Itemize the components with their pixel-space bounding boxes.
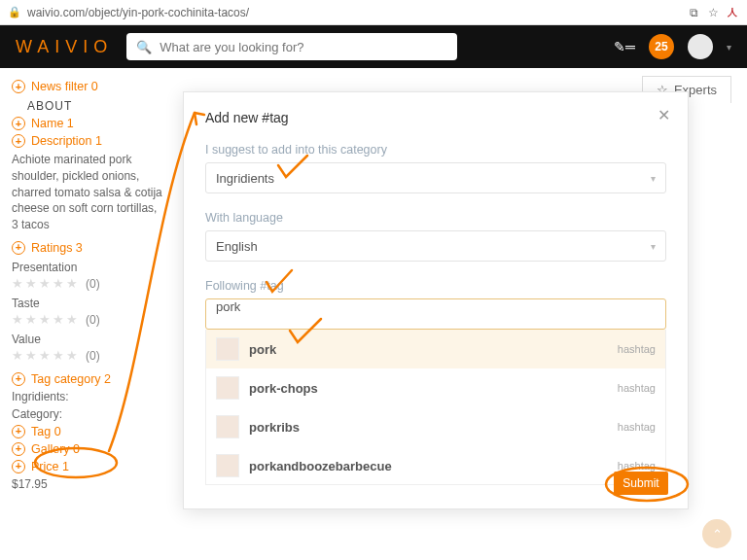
suggestion-kind: hashtag [618, 382, 656, 394]
category-select-value: Ingridients [216, 171, 274, 186]
language-field-label: With language [205, 211, 666, 225]
suggestion-name: porkribs [249, 420, 608, 435]
avatar-chevron-icon[interactable]: ▾ [727, 42, 731, 52]
plus-icon: + [12, 134, 25, 148]
browser-url-bar: 🔒 waivio.com/object/yin-pork-cochinita-t… [0, 0, 747, 25]
presentation-label: Presentation [12, 261, 165, 274]
taste-count: (0) [86, 313, 100, 327]
presentation-count: (0) [86, 277, 100, 291]
star-icon[interactable]: ☆ [706, 6, 720, 19]
sidebar-item-tag-category[interactable]: +Tag category 2 [12, 372, 165, 386]
plus-icon: + [12, 241, 25, 255]
object-sidebar: +News filter 0 ABOUT +Name 1 +Descriptio… [0, 68, 165, 560]
plus-icon: + [12, 442, 25, 456]
category-field-label: I suggest to add into this category [205, 143, 666, 157]
suggestion-name: pork-chops [249, 381, 608, 396]
tag-thumb-icon [216, 415, 239, 438]
plus-icon: + [12, 425, 25, 438]
submit-button[interactable]: Submit [614, 472, 668, 495]
sidebar-item-gallery[interactable]: +Gallery 0 [12, 442, 165, 456]
chevron-up-icon: ⌃ [712, 527, 723, 542]
suggestion-item[interactable]: porkandboozebarbecue hashtag [206, 446, 665, 485]
taste-label: Taste [12, 297, 165, 310]
modal-title: Add new #tag [205, 110, 666, 125]
global-search[interactable]: 🔍 [126, 33, 457, 60]
tag-thumb-icon [216, 337, 239, 361]
suggestion-kind: hashtag [618, 343, 656, 355]
suggestion-name: porkandboozebarbecue [249, 459, 608, 473]
value-stars[interactable]: ★★★★★ [12, 348, 80, 363]
sidebar-item-ratings[interactable]: +Ratings 3 [12, 241, 165, 255]
plus-icon: + [12, 117, 25, 130]
sidebar-item-price[interactable]: +Price 1 [12, 460, 165, 473]
suggestion-kind: hashtag [618, 421, 656, 433]
plus-icon: + [12, 460, 25, 473]
close-icon[interactable]: ✕ [658, 106, 670, 124]
add-tag-modal: Add new #tag ✕ I suggest to add into thi… [183, 91, 689, 509]
description-text: Achiote marinated pork shoulder, pickled… [12, 152, 165, 233]
plus-icon: + [12, 80, 25, 93]
pdf-icon[interactable]: 人 [726, 6, 739, 19]
tag-input-wrap[interactable] [205, 298, 666, 330]
sidebar-item-news-filter[interactable]: +News filter 0 [12, 80, 165, 93]
logo[interactable]: WAIVIO [16, 37, 113, 57]
sidebar-item-name[interactable]: +Name 1 [12, 117, 165, 130]
category-label: Category: [12, 407, 165, 421]
category-select[interactable]: Ingridients ▾ [205, 162, 666, 193]
presentation-stars[interactable]: ★★★★★ [12, 276, 80, 291]
language-select[interactable]: English ▾ [205, 230, 666, 262]
ingridients-label: Ingridients: [12, 390, 165, 403]
tag-input[interactable] [216, 299, 656, 314]
tag-thumb-icon [216, 376, 239, 400]
taste-stars[interactable]: ★★★★★ [12, 312, 80, 327]
suggestion-item[interactable]: pork hashtag [206, 330, 665, 368]
suggestion-kind: hashtag [618, 460, 656, 472]
notifications-badge[interactable]: 25 [649, 34, 674, 59]
tag-suggestions-dropdown: pork hashtag pork-chops hashtag porkribs… [205, 330, 666, 485]
sidebar-item-description[interactable]: +Description 1 [12, 134, 165, 148]
avatar[interactable] [688, 34, 713, 59]
search-input[interactable] [160, 40, 447, 54]
tag-field-label: Following #tag [205, 279, 666, 293]
scroll-to-top-button[interactable]: ⌃ [702, 519, 731, 548]
lock-icon: 🔒 [8, 6, 21, 18]
open-external-icon[interactable]: ⧉ [687, 6, 700, 19]
plus-icon: + [12, 372, 25, 386]
top-nav: WAIVIO 🔍 ✎═ 25 ▾ [0, 25, 747, 68]
about-heading: ABOUT [27, 99, 165, 113]
suggestion-item[interactable]: porkribs hashtag [206, 407, 665, 446]
value-label: Value [12, 332, 165, 346]
page-url: waivio.com/object/yin-pork-cochinita-tac… [27, 6, 681, 19]
chevron-down-icon: ▾ [651, 241, 656, 252]
price-value: $17.95 [12, 477, 165, 491]
search-icon: 🔍 [136, 40, 152, 54]
suggestion-item[interactable]: pork-chops hashtag [206, 368, 665, 407]
value-count: (0) [86, 349, 100, 363]
sidebar-item-tag[interactable]: +Tag 0 [12, 425, 165, 438]
tag-thumb-icon [216, 454, 239, 477]
chevron-down-icon: ▾ [651, 173, 656, 184]
language-select-value: English [216, 239, 258, 254]
edit-icon[interactable]: ✎═ [614, 39, 635, 54]
suggestion-name: pork [249, 342, 608, 357]
